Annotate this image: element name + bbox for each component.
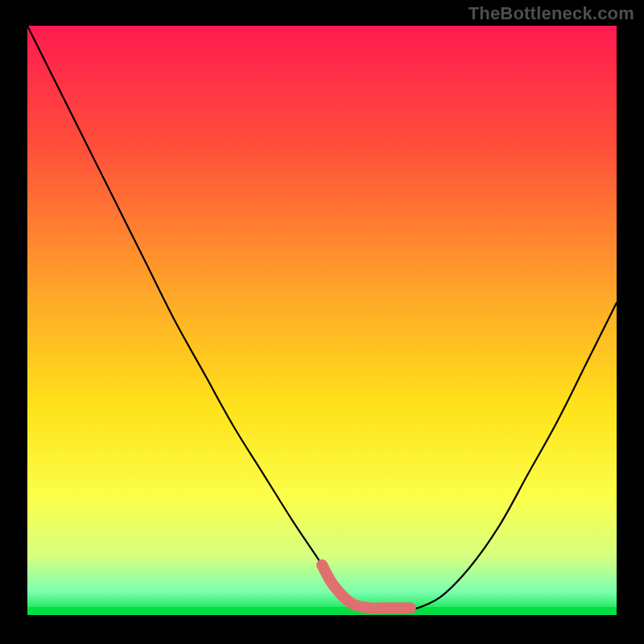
gradient-background [27, 26, 617, 615]
green-baseline [27, 607, 617, 615]
chart-frame: TheBottleneck.com [0, 0, 644, 644]
attribution-text: TheBottleneck.com [469, 3, 634, 24]
bottleneck-chart [27, 26, 617, 615]
